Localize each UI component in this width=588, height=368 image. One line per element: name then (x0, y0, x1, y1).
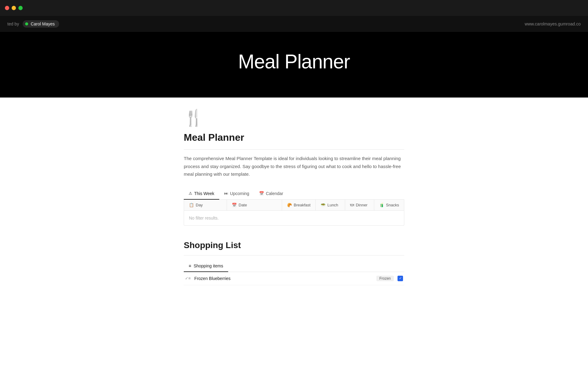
shopping-item-label: Frozen Blueberries (194, 276, 373, 281)
checklist-icon: ✓≡ (185, 276, 191, 281)
table-header-row: 📋 Day 📅 Date 🥐 Breakfast 🥗 Lunch 🍽 (184, 200, 404, 211)
shopping-tab-icon: ≡ (189, 263, 191, 268)
lunch-col-icon: 🥗 (321, 203, 326, 207)
frozen-tag: Frozen (376, 276, 394, 281)
date-col-icon: 📅 (232, 203, 237, 207)
col-header-breakfast[interactable]: 🥐 Breakfast (282, 200, 316, 210)
page-title: Meal Planner (184, 132, 404, 143)
hero-title: Meal Planner (0, 50, 588, 73)
user-online-indicator (25, 22, 28, 25)
main-content: 🍴 Meal Planner The comprehensive Meal Pl… (184, 98, 404, 304)
tab-upcoming-label: Upcoming (230, 191, 249, 196)
minimize-button[interactable] (12, 6, 16, 10)
col-header-day[interactable]: 📋 Day (184, 200, 227, 210)
user-name: Carol Mayes (31, 21, 55, 26)
day-col-label: Day (196, 203, 203, 207)
col-header-date[interactable]: 📅 Date (227, 200, 282, 210)
snacks-col-label: Snacks (386, 203, 399, 207)
shopping-list-title: Shopping List (184, 240, 404, 250)
col-header-lunch[interactable]: 🥗 Lunch (316, 200, 345, 210)
shopping-list-row: ✓≡ Frozen Blueberries Frozen ✓ (184, 272, 404, 285)
traffic-lights (5, 6, 23, 10)
tab-calendar-label: Calendar (266, 191, 283, 196)
breakfast-col-icon: 🥐 (287, 203, 292, 207)
item-checkbox[interactable]: ✓ (398, 276, 403, 281)
snacks-col-icon: 🧃 (379, 203, 384, 207)
header-left: ted by Carol Mayes (7, 20, 59, 28)
title-divider (184, 149, 404, 150)
notion-header: ted by Carol Mayes www.carolmayes.gumroa… (0, 16, 588, 32)
page-icon: 🍴 (184, 110, 404, 126)
shopping-tabs: ≡ Shopping items (184, 260, 404, 272)
tab-upcoming[interactable]: ⏭ Upcoming (219, 188, 254, 200)
tab-calendar[interactable]: 📅 Calendar (254, 188, 288, 200)
dinner-col-icon: 🍽 (350, 203, 354, 207)
shopping-tab-label: Shopping items (194, 263, 223, 268)
meal-table: 📋 Day 📅 Date 🥐 Breakfast 🥗 Lunch 🍽 (184, 200, 404, 226)
calendar-icon: 📅 (259, 191, 264, 196)
dinner-col-label: Dinner (356, 203, 368, 207)
close-button[interactable] (5, 6, 9, 10)
shopping-divider (184, 255, 404, 255)
meal-tabs: ⚠ This Week ⏭ Upcoming 📅 Calendar (184, 188, 404, 200)
tab-this-week-label: This Week (194, 191, 214, 196)
page-description: The comprehensive Meal Planner Template … (184, 155, 404, 178)
hero-banner: Meal Planner (0, 32, 588, 98)
tab-shopping-items[interactable]: ≡ Shopping items (184, 260, 228, 272)
this-week-icon: ⚠ (189, 191, 192, 196)
breakfast-col-label: Breakfast (294, 203, 311, 207)
lunch-col-label: Lunch (327, 203, 338, 207)
col-header-dinner[interactable]: 🍽 Dinner (345, 200, 375, 210)
user-badge[interactable]: Carol Mayes (23, 20, 59, 28)
created-by-label: ted by (7, 21, 19, 26)
tab-this-week[interactable]: ⚠ This Week (184, 188, 219, 200)
page-wrapper: 🍴 Meal Planner The comprehensive Meal Pl… (0, 98, 588, 304)
no-results-text: No filter results. (184, 211, 404, 225)
upcoming-icon: ⏭ (224, 191, 228, 196)
maximize-button[interactable] (18, 6, 23, 10)
checkmark-icon: ✓ (399, 276, 402, 280)
col-header-snacks[interactable]: 🧃 Snacks (374, 200, 404, 210)
header-url: www.carolmayes.gumroad.co (525, 21, 581, 26)
day-col-icon: 📋 (189, 203, 194, 207)
date-col-label: Date (239, 203, 247, 207)
titlebar (0, 0, 588, 16)
